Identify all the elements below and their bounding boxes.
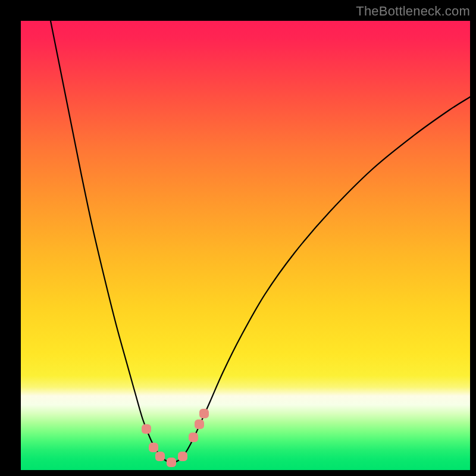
outer-frame: TheBottleneck.com: [0, 0, 476, 476]
curve-marker: [189, 433, 198, 442]
watermark-text: TheBottleneck.com: [356, 4, 470, 19]
curve-marker: [149, 443, 158, 452]
bottleneck-curve: [51, 21, 470, 462]
curve-marker: [167, 458, 176, 467]
curve-marker: [178, 452, 187, 461]
curve-marker: [142, 424, 151, 434]
curve-marker: [155, 452, 165, 461]
curve-marker: [195, 419, 204, 429]
curve-marker: [199, 409, 209, 418]
plot-area: [21, 21, 470, 470]
curve-layer: [21, 21, 470, 470]
curve-markers: [142, 409, 209, 467]
